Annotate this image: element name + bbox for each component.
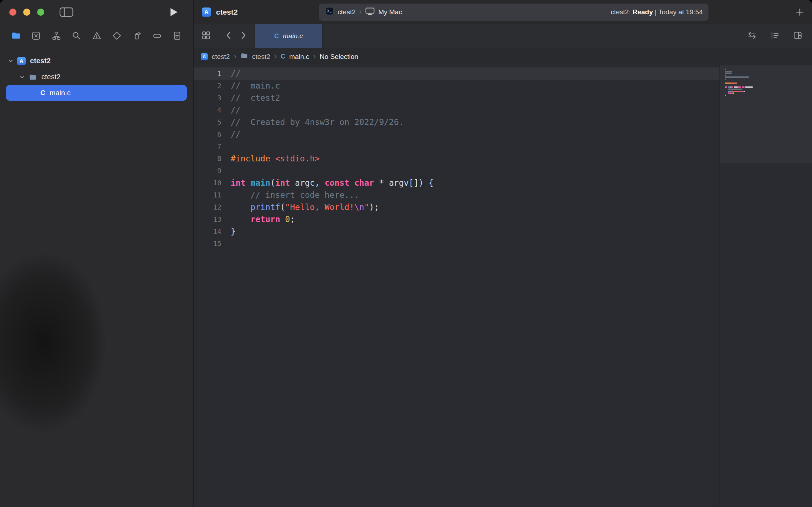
file-tree: A ctest2 ctest2 C main.c: [0, 47, 193, 101]
breadcrumb-project[interactable]: ctest2: [212, 53, 230, 61]
line-number: 10: [194, 177, 221, 189]
code-line[interactable]: 13 return 0;: [194, 213, 720, 225]
scheme-name[interactable]: ctest2: [337, 8, 356, 16]
breakpoint-navigator-icon[interactable]: [151, 30, 163, 42]
minimap-code: [720, 65, 812, 507]
close-window-button[interactable]: [9, 9, 16, 16]
folder-icon: [240, 52, 248, 61]
project-navigator-icon[interactable]: [10, 30, 22, 42]
code-line[interactable]: 14}: [194, 225, 720, 237]
code-line[interactable]: 9: [194, 165, 720, 177]
test-navigator-icon[interactable]: [111, 30, 123, 42]
navigator-sidebar: A ctest2 ctest2 C main.c: [0, 0, 194, 507]
tab-main-c[interactable]: C main.c: [255, 24, 322, 48]
navigator-bar: [0, 24, 193, 47]
tree-item-label: ctest2: [41, 73, 60, 81]
sidebar-titlebar: [0, 0, 193, 24]
project-icon: A: [201, 53, 208, 60]
c-file-icon: C: [40, 89, 45, 97]
line-number: 2: [194, 80, 221, 92]
chevron-separator-icon: [274, 52, 277, 61]
chevron-separator-icon: [313, 52, 316, 61]
line-number: 15: [194, 237, 221, 250]
folder-icon: [29, 73, 37, 81]
code-line[interactable]: 15: [194, 237, 720, 250]
c-file-icon: C: [274, 32, 279, 40]
destination-name[interactable]: My Mac: [378, 8, 402, 16]
code-line[interactable]: 4//: [194, 104, 720, 116]
tab-bar: C main.c: [194, 24, 812, 48]
line-number: 4: [194, 104, 221, 116]
breadcrumb-file[interactable]: main.c: [289, 53, 309, 61]
disclosure-chevron-icon[interactable]: [8, 58, 14, 64]
jump-bar: A ctest2 ctest2 C main.c No Selection: [194, 48, 812, 65]
add-button[interactable]: [795, 7, 805, 17]
report-navigator-icon[interactable]: [171, 30, 183, 42]
breadcrumb-selection[interactable]: No Selection: [320, 53, 358, 61]
line-number: 7: [194, 140, 221, 152]
tree-item-label: ctest2: [30, 57, 51, 65]
line-number: 8: [194, 152, 221, 165]
minimize-window-button[interactable]: [23, 9, 30, 16]
zoom-window-button[interactable]: [37, 9, 44, 16]
code-line[interactable]: 11 // insert code here...: [194, 189, 720, 201]
toggle-sidebar-icon[interactable]: [59, 7, 74, 17]
line-number: 11: [194, 189, 221, 201]
activity-view[interactable]: ctest2 My Mac ctest2: Ready | Today at 1…: [319, 4, 708, 21]
debug-navigator-icon[interactable]: [131, 30, 143, 42]
run-button[interactable]: [170, 7, 178, 17]
code-line[interactable]: 1//: [194, 67, 720, 80]
scheme-icon[interactable]: [325, 7, 334, 17]
code-line[interactable]: 8#include <stdio.h>: [194, 152, 720, 165]
status-state: Ready: [633, 8, 653, 16]
tree-item-label: main.c: [50, 89, 71, 97]
tree-item-file-selected[interactable]: C main.c: [6, 85, 187, 101]
c-file-icon: C: [281, 53, 285, 60]
find-navigator-icon[interactable]: [70, 30, 82, 42]
code-line[interactable]: 6//: [194, 128, 720, 140]
chevron-separator-icon: [234, 52, 236, 61]
project-title-group: A ctest2: [202, 7, 238, 17]
line-number: 9: [194, 165, 221, 177]
issue-navigator-icon[interactable]: [91, 30, 103, 42]
code-line[interactable]: 10int main(int argc, const char * argv[]…: [194, 177, 720, 189]
back-icon[interactable]: [225, 31, 232, 41]
editor-options-icon[interactable]: [770, 31, 780, 41]
code-line[interactable]: 7: [194, 140, 720, 152]
line-number: 3: [194, 92, 221, 104]
line-number: 13: [194, 213, 221, 225]
line-number: 14: [194, 225, 221, 237]
add-editor-icon[interactable]: [793, 31, 803, 41]
tree-item-project[interactable]: A ctest2: [0, 53, 193, 69]
activity-status: ctest2: Ready | Today at 19:54: [611, 8, 703, 16]
chevron-separator-icon: [359, 8, 362, 16]
symbol-navigator-icon[interactable]: [50, 30, 62, 42]
toolbar: A ctest2 ctest2 My Mac ctest2: Ready | T…: [194, 0, 812, 24]
source-editor[interactable]: 1//2// main.c3// ctest24//5// Created by…: [194, 65, 720, 507]
xcode-window: A ctest2 ctest2 C main.c A ctes: [0, 0, 812, 507]
code-line[interactable]: 3// ctest2: [194, 92, 720, 104]
project-icon: A: [17, 57, 26, 65]
code-line[interactable]: 12 printf("Hello, World!\n");: [194, 201, 720, 213]
breadcrumb-folder[interactable]: ctest2: [252, 53, 270, 61]
forward-icon[interactable]: [240, 31, 247, 41]
project-title: ctest2: [216, 8, 238, 16]
divider: [218, 31, 218, 41]
my-mac-icon: [365, 7, 375, 17]
code-lines[interactable]: 1//2// main.c3// ctest24//5// Created by…: [194, 67, 720, 250]
line-number: 12: [194, 201, 221, 213]
project-icon: A: [202, 7, 211, 17]
line-number: 1: [194, 67, 221, 80]
disclosure-chevron-icon[interactable]: [19, 74, 25, 80]
editor-row: 1//2// main.c3// ctest24//5// Created by…: [194, 65, 812, 507]
swap-editor-icon[interactable]: [747, 31, 757, 41]
minimap[interactable]: [720, 65, 812, 507]
traffic-lights: [9, 9, 44, 16]
tree-item-folder[interactable]: ctest2: [0, 69, 193, 85]
tab-overview-icon[interactable]: [201, 31, 211, 41]
line-number: 5: [194, 116, 221, 128]
tab-label: main.c: [283, 32, 303, 40]
code-line[interactable]: 2// main.c: [194, 80, 720, 92]
source-control-navigator-icon[interactable]: [30, 30, 42, 42]
code-line[interactable]: 5// Created by 4nsw3r on 2022/9/26.: [194, 116, 720, 128]
